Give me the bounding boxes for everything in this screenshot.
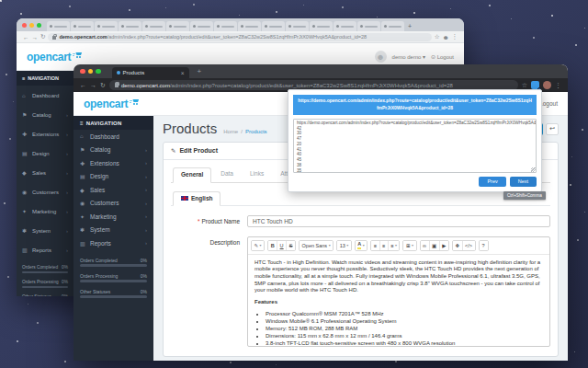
sidebar-item-marketing[interactable]: ✦Marketing›	[74, 210, 153, 224]
browser-tab[interactable]	[238, 21, 261, 31]
tab-title-placeholder	[198, 26, 210, 28]
table-button[interactable]: ⊞▾	[403, 241, 415, 250]
new-tab-button[interactable]: +	[408, 23, 412, 29]
strikethrough-button[interactable]: S	[287, 241, 295, 250]
back-nav-icon[interactable]: ←	[80, 82, 86, 88]
bookmark-star-icon[interactable]: ☆	[435, 33, 440, 40]
link-button[interactable]: ∞	[421, 241, 430, 250]
progress-bar	[80, 264, 147, 267]
description-content[interactable]: HTC Touch - in High Definition. Watch mu…	[248, 255, 549, 346]
fullscreen-button[interactable]: ✥	[453, 241, 463, 250]
sidebar-item-extensions[interactable]: ✚Extensions›	[17, 124, 74, 144]
sidebar-item-design[interactable]: ▤Design›	[17, 144, 74, 163]
url-extension-icon[interactable]	[531, 81, 539, 89]
sidebar-item-customers[interactable]: ◉Customers›	[17, 182, 74, 201]
logout-link[interactable]: ⊙ Logout	[431, 53, 454, 60]
sidebar-item-sales[interactable]: ◆Sales›	[17, 163, 74, 182]
sidebar-item-catalog[interactable]: ⚑Catalog›	[74, 144, 153, 157]
reload-icon[interactable]: ↻	[40, 33, 45, 40]
browser-tab[interactable]	[286, 21, 309, 31]
tab-favicon	[288, 25, 291, 28]
next-button[interactable]: Next	[510, 177, 537, 187]
bold-button[interactable]: B	[268, 241, 277, 250]
browser-menu-icon[interactable]: ⋮	[555, 82, 561, 89]
font-size-dropdown[interactable]: 13▾	[337, 241, 351, 250]
sidebar-item-reports[interactable]: ▥Reports›	[17, 240, 74, 259]
font-family-dropdown[interactable]: Open Sans▾	[300, 241, 333, 250]
bookmark-star-icon[interactable]: ☆	[522, 82, 527, 89]
profile-avatar-icon[interactable]	[543, 81, 551, 89]
opencart-logo[interactable]: opencart	[84, 98, 139, 110]
browser-tab[interactable]	[357, 21, 380, 31]
sidebar-item-dashboard[interactable]: ⌂Dashboard	[74, 130, 153, 144]
video-button[interactable]: ▶	[440, 241, 448, 250]
reports-icon: ▥	[80, 240, 86, 247]
prev-button[interactable]: Prev	[479, 177, 505, 187]
sidebar-item-marketing[interactable]: ✦Marketing›	[17, 201, 74, 221]
breadcrumb-home[interactable]: Home	[223, 129, 238, 134]
tab-data[interactable]: Data	[213, 167, 241, 182]
underline-button[interactable]: U	[277, 241, 287, 250]
product-name-input[interactable]: HTC Touch HD	[247, 215, 550, 227]
popup-textarea[interactable]: https://demo.opencart.com/admin/index.ph…	[293, 119, 537, 173]
sidebar-item-design[interactable]: ▤Design›	[74, 170, 153, 184]
forward-nav-icon[interactable]: →	[90, 82, 96, 88]
browser-tab[interactable]	[95, 21, 118, 31]
tab-links[interactable]: Links	[243, 167, 271, 182]
style-dropdown-button[interactable]: ✎▾	[252, 241, 264, 250]
sidebar-item-dashboard[interactable]: ⌂Dashboard	[17, 86, 74, 105]
close-window-button[interactable]	[80, 69, 85, 75]
browser-tab[interactable]	[190, 21, 213, 31]
browser-tab[interactable]	[142, 21, 165, 31]
sidebar-item-sales[interactable]: ◆Sales›	[74, 183, 153, 197]
browser-tab[interactable]	[381, 21, 404, 31]
page-title: Products	[163, 121, 217, 137]
back-nav-icon[interactable]: ←	[23, 34, 29, 40]
minimize-window-button[interactable]	[29, 23, 34, 28]
reload-icon[interactable]: ↻	[100, 82, 106, 89]
close-window-button[interactable]	[22, 23, 27, 28]
back-button[interactable]: ↩	[546, 123, 559, 135]
tab-general[interactable]: General	[173, 167, 211, 183]
text-color-button[interactable]: A▾	[356, 241, 368, 250]
browser-tab[interactable]	[47, 21, 70, 31]
zoom-window-button[interactable]	[37, 23, 41, 28]
sidebar-item-system[interactable]: ✱System›	[17, 221, 74, 240]
browser-tab[interactable]	[166, 21, 189, 31]
tab-title-placeholder	[293, 26, 306, 28]
browser-tab-products[interactable]: Products ×	[112, 67, 189, 78]
sidebar-item-catalog[interactable]: ⚑Catalog›	[17, 105, 74, 124]
tab-english[interactable]: English	[173, 191, 220, 206]
ordered-list-button[interactable]: ≡	[380, 241, 389, 250]
browser-tab[interactable]	[71, 21, 94, 31]
unordered-list-button[interactable]: ≡	[371, 241, 379, 250]
paragraph-align-button[interactable]: ≡▾	[389, 241, 400, 250]
minimize-window-button[interactable]	[88, 69, 94, 75]
breadcrumb-products[interactable]: Products	[245, 129, 267, 134]
opencart-logo[interactable]: opencart	[27, 51, 82, 63]
forward-nav-icon[interactable]: →	[32, 34, 39, 40]
sidebar-item-system[interactable]: ✱System›	[74, 224, 153, 237]
browser-tab[interactable]	[262, 21, 285, 31]
picture-button[interactable]: ▣	[430, 241, 440, 250]
user-avatar[interactable]: ☻	[375, 51, 387, 63]
browser-tab[interactable]	[119, 21, 141, 31]
browser-tab[interactable]	[334, 21, 356, 31]
code-view-button[interactable]: </>	[463, 241, 475, 250]
new-tab-button[interactable]: +	[198, 67, 202, 75]
address-bar[interactable]: demo.opencart.com/admin/index.php?route=…	[48, 33, 431, 41]
progress-bar	[80, 295, 147, 298]
feature-item: Dimensions: 115 mm x 62.8 mm x 12 mm / 1…	[266, 333, 543, 340]
browser-tab[interactable]	[214, 21, 237, 31]
help-button[interactable]: ?	[480, 241, 488, 250]
sidebar-item-reports[interactable]: ▥Reports›	[74, 236, 153, 250]
extensions-icon[interactable]: ☻	[443, 34, 449, 40]
sidebar-item-customers[interactable]: ◉Customers›	[74, 197, 153, 211]
browser-tab[interactable]	[310, 21, 333, 31]
user-menu[interactable]: demo demo ▾	[392, 53, 425, 60]
close-tab-icon[interactable]: ×	[181, 70, 185, 76]
tab-favicon	[217, 25, 220, 28]
sidebar-item-extensions[interactable]: ✚Extensions›	[74, 156, 153, 170]
zoom-window-button[interactable]	[96, 69, 101, 75]
browser-menu-icon[interactable]: ⋮	[452, 33, 458, 40]
